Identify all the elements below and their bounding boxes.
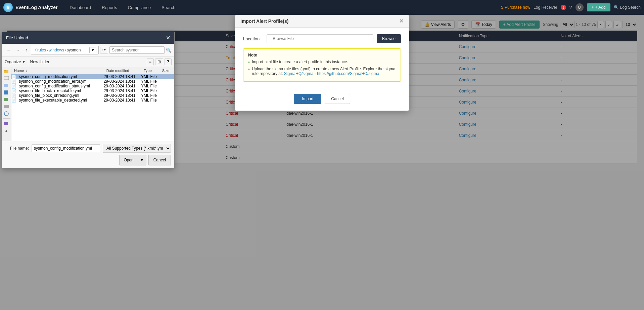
app-logo: E EventLog Analyzer <box>3 3 58 12</box>
import-button[interactable]: Import <box>294 94 321 104</box>
note-text-1: Import .xml file to create a alert profi… <box>252 60 348 64</box>
note-item-2: • Upload the sigma rule files (.yml) to … <box>248 67 396 76</box>
open-label[interactable]: Open <box>120 156 137 164</box>
browse-button[interactable]: Browse <box>377 34 401 43</box>
nav-search[interactable]: Search <box>156 1 181 14</box>
computer-icon[interactable] <box>3 104 10 110</box>
refresh-button[interactable]: ⟳ <box>100 47 108 53</box>
open-arrow-icon[interactable]: ▼ <box>138 156 146 164</box>
file-icon: 📄 <box>11 74 16 79</box>
network-icon[interactable] <box>3 111 10 117</box>
desktop-icon[interactable] <box>3 75 10 81</box>
new-folder-button[interactable]: New folder <box>30 60 49 64</box>
nav-dashboard[interactable]: Dashboard <box>64 1 97 14</box>
pictures-icon[interactable] <box>3 96 10 103</box>
organize-button[interactable]: Organize ▼ <box>5 60 26 64</box>
cancel-import-button[interactable]: Cancel <box>325 94 350 104</box>
file-date-cell: 29-03-2024 18:41 <box>104 88 141 93</box>
file-list-item[interactable]: 📄 sysmon_file_block_shredding.yml 29-03-… <box>11 93 174 98</box>
back-button[interactable]: ← <box>5 47 13 53</box>
svg-rect-1 <box>4 70 6 71</box>
filename-label: File name: <box>5 146 29 151</box>
file-action-row: Open ▼ Cancel <box>5 155 171 165</box>
log-search-button[interactable]: 🔍 Log Search <box>614 5 641 10</box>
topbar: E EventLog Analyzer Dashboard Reports Co… <box>0 0 644 15</box>
svg-rect-2 <box>4 76 9 80</box>
breadcrumb: 《 rules › windows › sysmon ▼ <box>31 46 99 54</box>
file-list-item[interactable]: 📄 sysmon_file_executable_detected.yml 29… <box>11 98 174 103</box>
file-icon: 📄 <box>11 88 16 93</box>
col-type-header[interactable]: Type <box>141 67 159 74</box>
note-title: Note <box>248 53 396 57</box>
plus-icon: + <box>592 5 594 10</box>
file-upload-actions-bar: Organize ▼ New folder ≡ ⊞ ? <box>2 57 174 67</box>
breadcrumb-rules[interactable]: rules <box>37 48 46 52</box>
svg-rect-4 <box>4 90 8 94</box>
file-type-cell: YML File <box>141 98 159 103</box>
view-details-button[interactable]: ⊞ <box>155 59 163 65</box>
filetype-select[interactable]: All Supported Types (*.xml;*.ym <box>103 144 171 153</box>
question-icon[interactable]: ? <box>569 5 572 10</box>
breadcrumb-dropdown[interactable]: ▼ <box>89 47 96 53</box>
search-input[interactable] <box>109 46 165 54</box>
sigma-link[interactable]: SigmaHQ/sigma - https://github.com/Sigma… <box>284 71 379 76</box>
file-list-item[interactable]: 📄 sysmon_config_modification_status.yml … <box>11 84 174 88</box>
view-list-button[interactable]: ≡ <box>147 59 154 65</box>
file-size-cell <box>159 93 174 98</box>
file-name: sysmon_file_block_executable.yml <box>19 88 81 93</box>
nav-reports[interactable]: Reports <box>96 1 123 14</box>
file-name: sysmon_config_modification.yml <box>19 74 77 79</box>
filename-input[interactable] <box>32 144 100 152</box>
breadcrumb-sysmon: sysmon <box>67 48 81 52</box>
note-text-2: Upload the sigma rule files (.yml) to cr… <box>252 67 396 76</box>
file-upload-cancel-button[interactable]: Cancel <box>148 155 171 165</box>
file-name-cell: 📄 sysmon_config_modification_error.yml <box>11 79 104 84</box>
app-name: EventLog Analyzer <box>15 5 58 10</box>
file-date-cell: 29-03-2024 18:41 <box>104 79 141 84</box>
col-size-header[interactable]: Size <box>159 67 174 74</box>
file-name: sysmon_config_modification_status.yml <box>19 84 90 88</box>
file-upload-dialog: File Upload ✕ ← → ↑ 《 rules › windows › … <box>2 32 175 168</box>
main-content: 🔔 View Alerts ⚙ 📅 Today + Add Alert Prof… <box>0 15 644 310</box>
svg-rect-8 <box>4 122 8 125</box>
col-date-header[interactable]: Date modified <box>104 67 141 74</box>
col-name-header[interactable]: Name ▲ <box>11 67 104 74</box>
file-type-cell: YML File <box>141 79 159 84</box>
purchase-now-link[interactable]: $ Purchase now <box>501 5 530 10</box>
file-icon: 📄 <box>11 98 16 103</box>
filename-row: File name: All Supported Types (*.xml;*.… <box>5 144 171 153</box>
file-upload-bottom-bar: File name: All Supported Types (*.xml;*.… <box>2 141 174 168</box>
dropdown-arrow-icon: ▼ <box>22 60 26 64</box>
add-button[interactable]: + + Add <box>587 3 610 11</box>
file-list-item[interactable]: 📄 sysmon_file_block_executable.yml 29-03… <box>11 88 174 93</box>
breadcrumb-windows[interactable]: windows <box>49 48 64 52</box>
log-receiver-link[interactable]: Log Receiver <box>534 5 557 10</box>
favorites-icon[interactable] <box>3 68 10 74</box>
extra-icon[interactable] <box>3 120 10 126</box>
documents-icon[interactable] <box>3 89 10 95</box>
forward-button[interactable]: → <box>14 47 22 53</box>
up-button[interactable]: ↑ <box>24 47 30 53</box>
import-dialog-header: Import Alert Profile(s) ✕ <box>235 15 409 28</box>
note-box: Note • Import .xml file to create a aler… <box>243 48 401 82</box>
file-size-cell <box>159 79 174 84</box>
search-submit-button[interactable]: 🔍 <box>166 48 172 53</box>
downloads-icon[interactable] <box>3 82 10 88</box>
expand-icon[interactable]: ▲ <box>3 127 10 133</box>
location-input[interactable] <box>267 34 373 43</box>
file-list-item[interactable]: 📄 sysmon_config_modification_error.yml 2… <box>11 79 174 84</box>
nav-compliance[interactable]: Compliance <box>123 1 156 14</box>
file-size-cell <box>159 74 174 79</box>
topbar-right: $ Purchase now Log Receiver 1 ? U + + Ad… <box>501 3 641 11</box>
file-list-item[interactable]: 📄 sysmon_config_modification.yml 29-03-2… <box>11 74 174 79</box>
open-button[interactable]: Open ▼ <box>119 155 146 165</box>
alert-badge[interactable]: 1 <box>561 5 566 10</box>
help-button[interactable]: ? <box>165 59 172 65</box>
file-type-cell: YML File <box>141 88 159 93</box>
file-upload-close-button[interactable]: ✕ <box>166 35 170 41</box>
left-panel: ▲ <box>2 67 11 141</box>
separator <box>28 59 28 65</box>
import-dialog-title: Import Alert Profile(s) <box>240 18 288 24</box>
user-avatar[interactable]: U <box>576 3 584 11</box>
import-close-button[interactable]: ✕ <box>399 18 404 24</box>
